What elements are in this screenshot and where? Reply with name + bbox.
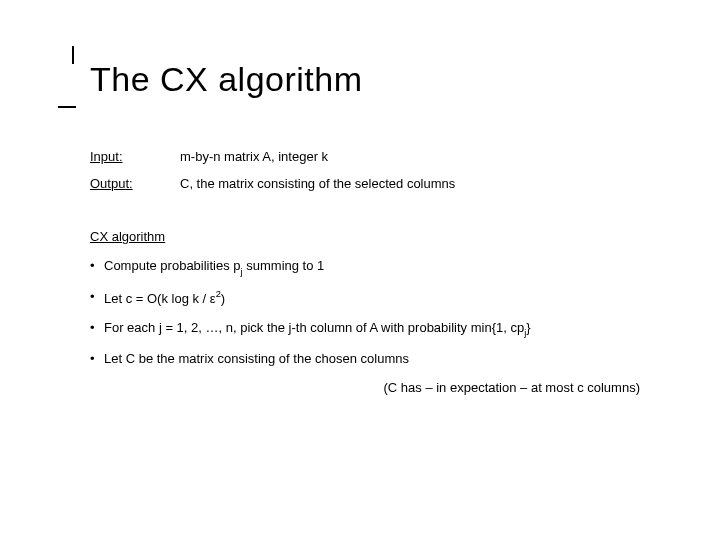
bullet-text: } — [526, 320, 530, 335]
list-item: For each j = 1, 2, …, n, pick the j-th c… — [90, 320, 650, 339]
input-value: m-by-n matrix A, integer k — [180, 149, 328, 164]
output-value: C, the matrix consisting of the selected… — [180, 176, 455, 191]
page-title: The CX algorithm — [90, 60, 650, 99]
subscript: j — [241, 267, 243, 277]
subscript: j — [524, 328, 526, 338]
output-row: Output: C, the matrix consisting of the … — [90, 176, 650, 191]
input-row: Input: m-by-n matrix A, integer k — [90, 149, 650, 164]
decor-tick-horizontal — [58, 106, 76, 108]
list-item: Compute probabilities pj summing to 1 — [90, 258, 650, 277]
superscript: 2 — [216, 289, 221, 299]
decor-tick-vertical — [72, 46, 74, 64]
slide: The CX algorithm Input: m-by-n matrix A,… — [0, 0, 720, 435]
title-block: The CX algorithm — [90, 60, 650, 99]
list-item: Let C be the matrix consisting of the ch… — [90, 351, 650, 368]
bullet-list: Compute probabilities pj summing to 1 Le… — [90, 258, 650, 368]
bullet-text: summing to 1 — [243, 258, 325, 273]
input-label: Input: — [90, 149, 180, 164]
bullet-text: Let C be the matrix consisting of the ch… — [104, 351, 409, 366]
bullet-text: Compute probabilities p — [104, 258, 241, 273]
bullet-text: Let c = O(k log k / ε — [104, 291, 216, 306]
section-heading: CX algorithm — [90, 229, 650, 244]
list-item: Let c = O(k log k / ε2) — [90, 289, 650, 308]
bullet-text: For each j = 1, 2, …, n, pick the j-th c… — [104, 320, 524, 335]
bullet-text: ) — [221, 291, 225, 306]
output-label: Output: — [90, 176, 180, 191]
footnote: (C has – in expectation – at most c colu… — [90, 380, 650, 395]
